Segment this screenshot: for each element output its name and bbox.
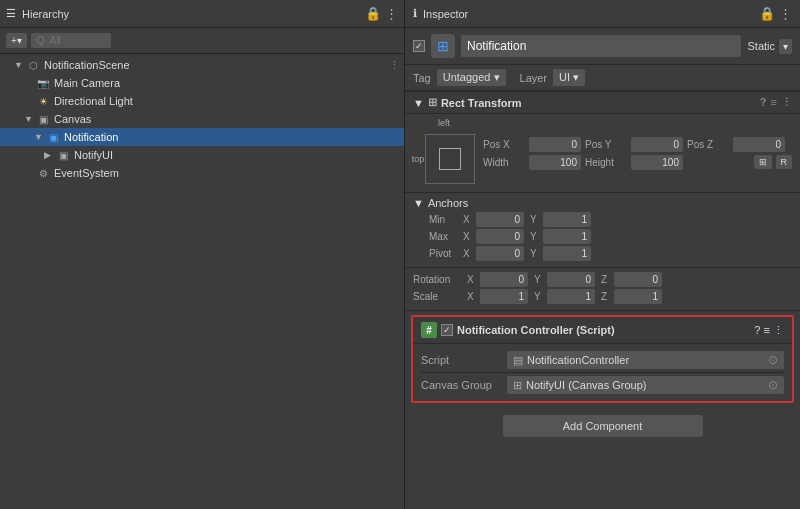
object-header: ✓ ⊞ Static ▾ xyxy=(405,28,800,65)
rotation-z-input[interactable] xyxy=(614,272,662,287)
hierarchy-panel: ☰ Hierarchy 🔒 ⋮ +▾ ▼ ⬡ NotificationScene… xyxy=(0,0,405,509)
anchor-min-y-label: Y xyxy=(530,214,540,225)
layer-dropdown[interactable]: UI ▾ xyxy=(553,69,585,86)
light-icon: ☀ xyxy=(36,94,50,108)
tree-menu-notificationscene[interactable]: ⋮ xyxy=(389,59,400,72)
rotation-y-label: Y xyxy=(534,274,544,285)
hierarchy-add-button[interactable]: +▾ xyxy=(6,33,27,48)
eventsystem-icon: ⚙ xyxy=(36,166,50,180)
anchor-min-x-input[interactable] xyxy=(476,212,524,227)
notification-controller-section: # ✓ Notification Controller (Script) ? ≡… xyxy=(411,315,794,403)
rotation-y-input[interactable] xyxy=(547,272,595,287)
arrow-notificationscene: ▼ xyxy=(14,60,24,70)
notifyui-icon: ▣ xyxy=(56,148,70,162)
help-icon[interactable]: ? xyxy=(760,96,767,109)
canvas-group-nav-button[interactable]: ⊙ xyxy=(768,378,778,392)
tree-item-notification[interactable]: ▼ ▣ Notification xyxy=(0,128,404,146)
anchor-min-y-input[interactable] xyxy=(543,212,591,227)
tree-item-notificationscene[interactable]: ▼ ⬡ NotificationScene ⋮ xyxy=(0,56,404,74)
script-section-title: Notification Controller (Script) xyxy=(457,324,615,336)
anchor-max-x-input[interactable] xyxy=(476,229,524,244)
active-checkbox[interactable]: ✓ xyxy=(413,40,425,52)
scale-y-input[interactable] xyxy=(547,289,595,304)
hierarchy-icon: ☰ xyxy=(6,7,16,20)
tree-label-eventsystem: EventSystem xyxy=(54,167,119,179)
arrow-notifyui: ▶ xyxy=(44,150,54,160)
width-input[interactable] xyxy=(529,155,581,170)
static-toggle: Static ▾ xyxy=(747,39,792,54)
object-name-input[interactable] xyxy=(461,35,741,57)
anchor-min-label: Min xyxy=(429,214,457,225)
settings-icon[interactable]: ≡ xyxy=(771,96,777,109)
anchor-pivot-y-input[interactable] xyxy=(543,246,591,261)
camera-icon: 📷 xyxy=(36,76,50,90)
anchor-max-x-pair: X xyxy=(463,229,524,244)
canvas-group-row: Canvas Group ⊞ NotifyUI (Canvas Group) ⊙ xyxy=(421,373,784,397)
anchors-section: ▼ Anchors Min X Y Max xyxy=(405,193,800,268)
scale-z-input[interactable] xyxy=(614,289,662,304)
tree-item-notifyui[interactable]: ▶ ▣ NotifyUI xyxy=(0,146,404,164)
posz-input[interactable] xyxy=(733,137,785,152)
script-script-row: Script ▤ NotificationController ⊙ xyxy=(421,348,784,373)
script-field-label: Script xyxy=(421,354,501,366)
anchor-max-y-input[interactable] xyxy=(543,229,591,244)
height-input[interactable] xyxy=(631,155,683,170)
hierarchy-header-icons: 🔒 ⋮ xyxy=(365,6,398,21)
arrow-notification: ▼ xyxy=(34,132,44,142)
script-file-icon: ▤ xyxy=(513,354,523,367)
posx-label: Pos X xyxy=(483,139,525,150)
inspector-icon: ℹ xyxy=(413,7,417,20)
anchor-max-x-label: X xyxy=(463,231,473,242)
expand-button[interactable]: ⊞ xyxy=(754,155,772,169)
rect-transform-preview xyxy=(425,134,475,184)
canvas-group-field-label: Canvas Group xyxy=(421,379,501,391)
hierarchy-menu-icon[interactable]: ⋮ xyxy=(385,6,398,21)
script-help-icon[interactable]: ? xyxy=(754,324,760,336)
tree-label-directionallight: Directional Light xyxy=(54,95,133,107)
script-value: NotificationController xyxy=(527,354,629,366)
inspector-menu-icon[interactable]: ⋮ xyxy=(779,6,792,21)
tree-item-directionallight[interactable]: ☀ Directional Light xyxy=(0,92,404,110)
rotation-x-input[interactable] xyxy=(480,272,528,287)
r-button[interactable]: R xyxy=(776,155,793,169)
anchor-pivot-x-input[interactable] xyxy=(476,246,524,261)
height-label: Height xyxy=(585,157,627,168)
rect-transform-header[interactable]: ▼ ⊞ Rect Transform ? ≡ ⋮ xyxy=(405,91,800,114)
hierarchy-title: Hierarchy xyxy=(22,8,69,20)
script-field-value: ▤ NotificationController ⊙ xyxy=(507,351,784,369)
canvas-group-field-value: ⊞ NotifyUI (Canvas Group) ⊙ xyxy=(507,376,784,394)
tree-item-eventsystem[interactable]: ⚙ EventSystem xyxy=(0,164,404,182)
scale-x-input[interactable] xyxy=(480,289,528,304)
anchor-min-y-pair: Y xyxy=(530,212,591,227)
script-menu-icon[interactable]: ⋮ xyxy=(773,324,784,336)
inspector-lock-icon[interactable]: 🔒 xyxy=(759,6,775,21)
anchor-pivot-x-pair: X xyxy=(463,246,524,261)
anchors-header[interactable]: ▼ Anchors xyxy=(413,197,792,209)
tree-item-canvas[interactable]: ▼ ▣ Canvas xyxy=(0,110,404,128)
scale-x-label: X xyxy=(467,291,477,302)
anchor-max-row: Max X Y xyxy=(413,229,792,244)
anchor-min-row: Min X Y xyxy=(413,212,792,227)
rect-transform-menu-icon[interactable]: ⋮ xyxy=(781,96,792,109)
rect-transform-title: Rect Transform xyxy=(441,97,522,109)
script-nav-button[interactable]: ⊙ xyxy=(768,353,778,367)
inspector-panel: ℹ Inspector 🔒 ⋮ ✓ ⊞ Static ▾ xyxy=(405,0,800,509)
script-active-checkbox[interactable]: ✓ xyxy=(441,324,453,336)
tree-item-maincamera[interactable]: 📷 Main Camera xyxy=(0,74,404,92)
script-settings-icon[interactable]: ≡ xyxy=(764,324,770,336)
rect-transform-fields: Pos X Pos Y Pos Z Width Height xyxy=(483,137,792,170)
scale-label: Scale xyxy=(413,291,461,302)
hierarchy-lock-icon[interactable]: 🔒 xyxy=(365,6,381,21)
posx-input[interactable] xyxy=(529,137,581,152)
tree-label-notifyui: NotifyUI xyxy=(74,149,113,161)
anchor-pivot-row: Pivot X Y xyxy=(413,246,792,261)
tag-dropdown[interactable]: Untagged ▾ xyxy=(437,69,506,86)
tag-label: Tag xyxy=(413,72,431,84)
posy-input[interactable] xyxy=(631,137,683,152)
add-component-button[interactable]: Add Component xyxy=(503,415,703,437)
static-dropdown[interactable]: ▾ xyxy=(779,39,792,54)
anchor-min-x-pair: X xyxy=(463,212,524,227)
inspector-title: Inspector xyxy=(423,8,468,20)
size-row: Width Height ⊞ R xyxy=(483,155,792,170)
hierarchy-search-input[interactable] xyxy=(31,33,111,48)
